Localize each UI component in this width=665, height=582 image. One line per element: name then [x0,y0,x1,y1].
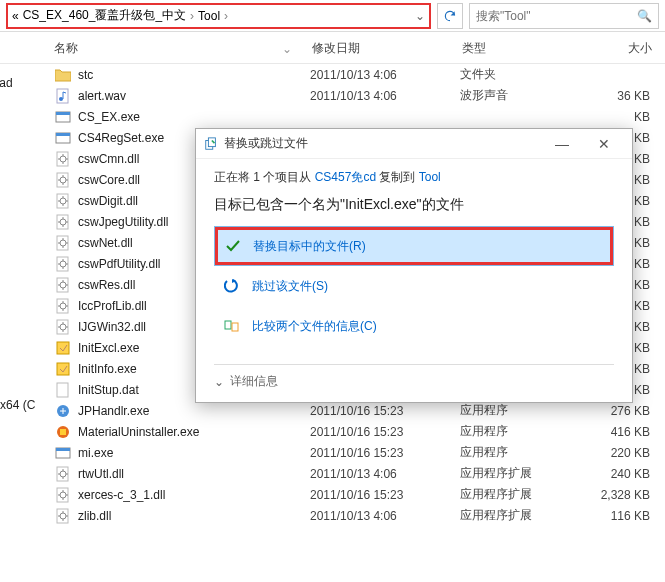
option-compare[interactable]: 比较两个文件的信息(C) [214,306,614,346]
file-row[interactable]: rtwUtl.dll2011/10/13 4:06应用程序扩展240 KB [40,463,665,484]
svg-rect-5 [56,133,70,136]
file-icon [54,487,72,503]
file-icon [54,319,72,335]
file-date: 2011/10/13 4:06 [310,89,460,103]
file-name: mi.exe [78,446,310,460]
file-name: CS_EX.exe [78,110,310,124]
file-date: 2011/10/16 15:23 [310,446,460,460]
svg-rect-26 [57,383,68,397]
column-date[interactable]: 修改日期 [312,40,462,57]
chevron-right-icon: › [224,9,228,23]
svg-rect-24 [57,342,69,354]
skip-icon [224,278,242,294]
source-link[interactable]: CS457免cd [315,170,376,184]
file-date: 2011/10/13 4:06 [310,467,460,481]
file-icon [54,67,72,83]
file-name: rtwUtl.dll [78,467,310,481]
refresh-button[interactable] [437,3,463,29]
file-row[interactable]: mi.exe2011/10/16 15:23应用程序220 KB [40,442,665,463]
dialog-copy-status: 正在将 1 个项目从 CS457免cd 复制到 Tool [214,169,614,186]
file-name: xerces-c_3_1.dll [78,488,310,502]
file-type: 应用程序 [460,423,580,440]
dialog-titlebar[interactable]: 替换或跳过文件 — ✕ [196,129,632,159]
minimize-button[interactable]: — [542,132,582,156]
close-button[interactable]: ✕ [584,132,624,156]
file-type: 应用程序扩展 [460,486,580,503]
option-replace[interactable]: 替换目标中的文件(R) [214,226,614,266]
file-row[interactable]: CS_EX.exeKB [40,106,665,127]
address-bar: « CS_EX_460_覆盖升级包_中文 › Tool › ⌄ 🔍 [0,0,665,32]
file-date: 2011/10/13 4:06 [310,68,460,82]
file-icon [54,466,72,482]
file-icon [54,214,72,230]
file-name: stc [78,68,310,82]
file-icon [54,361,72,377]
file-icon [54,151,72,167]
file-size: 240 KB [580,467,650,481]
file-type: 应用程序 [460,444,580,461]
file-icon [54,193,72,209]
file-size: 2,328 KB [580,488,650,502]
file-icon [54,130,72,146]
search-field[interactable] [476,9,633,23]
search-icon: 🔍 [637,9,652,23]
file-icon [54,382,72,398]
column-type[interactable]: 类型 [462,40,582,57]
breadcrumb-segment[interactable]: Tool [198,9,220,23]
file-type: 应用程序扩展 [460,465,580,482]
breadcrumb-segment[interactable]: CS_EX_460_覆盖升级包_中文 [23,7,186,24]
file-icon [54,88,72,104]
file-size: 220 KB [580,446,650,460]
breadcrumb-prefix: « [12,9,19,23]
file-row[interactable]: MaterialUninstaller.exe2011/10/16 15:23应… [40,421,665,442]
check-icon [225,238,243,254]
file-row[interactable]: stc2011/10/13 4:06文件夹 [40,64,665,85]
breadcrumb[interactable]: « CS_EX_460_覆盖升级包_中文 › Tool › ⌄ [6,3,431,29]
file-icon [54,109,72,125]
file-row[interactable]: zlib.dll2011/10/13 4:06应用程序扩展116 KB [40,505,665,526]
dest-link[interactable]: Tool [419,170,441,184]
file-row[interactable]: JPHandlr.exe2011/10/16 15:23应用程序276 KB [40,400,665,421]
file-name: JPHandlr.exe [78,404,310,418]
option-skip[interactable]: 跳过该文件(S) [214,266,614,306]
file-type: 应用程序 [460,402,580,419]
file-date: 2011/10/16 15:23 [310,425,460,439]
conflict-message: 目标已包含一个名为"InitExcl.exe"的文件 [214,196,614,214]
svg-rect-29 [60,429,66,435]
replace-skip-dialog: 替换或跳过文件 — ✕ 正在将 1 个项目从 CS457免cd 复制到 Tool… [195,128,633,403]
svg-rect-41 [232,323,238,331]
column-name[interactable]: 名称⌄ [54,40,312,57]
file-size: KB [580,110,650,124]
svg-rect-40 [225,321,231,329]
file-icon [54,340,72,356]
file-icon [54,298,72,314]
column-size[interactable]: 大小 [582,40,652,57]
svg-rect-31 [56,448,70,451]
file-icon [54,508,72,524]
compare-icon [224,318,242,334]
details-toggle[interactable]: ⌄ 详细信息 [214,364,614,390]
file-row[interactable]: xerces-c_3_1.dll2011/10/16 15:23应用程序扩展2,… [40,484,665,505]
file-icon [54,445,72,461]
file-size: 116 KB [580,509,650,523]
file-date: 2011/10/16 15:23 [310,488,460,502]
column-headers: 名称⌄ 修改日期 类型 大小 [0,32,665,64]
file-row[interactable]: alert.wav2011/10/13 4:06波形声音36 KB [40,85,665,106]
file-name: zlib.dll [78,509,310,523]
file-icon [54,277,72,293]
file-size: 276 KB [580,404,650,418]
svg-rect-25 [57,363,69,375]
chevron-down-icon: ⌄ [214,375,224,389]
chevron-right-icon: › [190,9,194,23]
file-icon [54,172,72,188]
file-name: alert.wav [78,89,310,103]
chevron-down-icon[interactable]: ⌄ [415,9,425,23]
file-icon [54,424,72,440]
file-type: 文件夹 [460,66,580,83]
sidebar-fragment: load o x64 (C [0,64,40,416]
svg-rect-3 [56,112,70,115]
file-icon [54,403,72,419]
dialog-title: 替换或跳过文件 [224,135,542,152]
search-input[interactable]: 🔍 [469,3,659,29]
file-size: 416 KB [580,425,650,439]
